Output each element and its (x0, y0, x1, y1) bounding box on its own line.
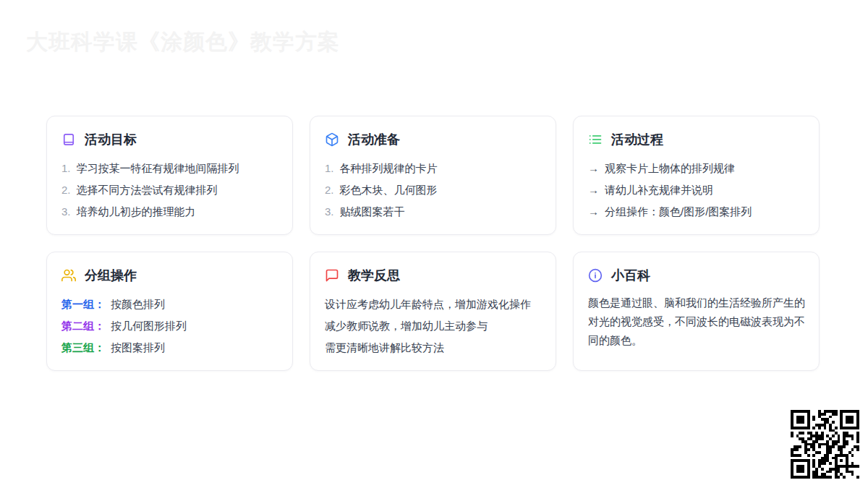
item-text: 选择不同方法尝试有规律排列 (77, 179, 218, 201)
card-encyclopedia: 小百科 颜色是通过眼、脑和我们的生活经验所产生的对光的视觉感受，不同波长的电磁波… (573, 252, 820, 371)
cube-icon (325, 132, 339, 147)
card-header: 教学反思 (325, 267, 542, 284)
chat-icon (325, 268, 339, 283)
card-title: 分组操作 (85, 267, 137, 284)
card-header: 活动过程 (588, 131, 806, 148)
encyclopedia-text: 颜色是通过眼、脑和我们的生活经验所产生的对光的视觉感受，不同波长的电磁波表现为不… (588, 294, 807, 350)
group-item: 第一组： 按颜色排列 (61, 294, 279, 315)
group-item: 第三组： 按图案排列 (61, 337, 279, 359)
item-marker: 1. (61, 158, 71, 179)
arrow-marker: → (588, 201, 599, 223)
item-marker: 3. (61, 201, 71, 223)
card-header: 分组操作 (61, 267, 279, 284)
card-activity-process: 活动过程 → 观察卡片上物体的排列规律 → 请幼儿补充规律并说明 → 分组操作：… (573, 116, 820, 235)
card-title: 小百科 (611, 267, 650, 284)
item-text: 贴绒图案若干 (340, 201, 405, 223)
group-text: 按几何图形排列 (111, 315, 187, 337)
page-title: 大班科学课《涂颜色》教学方案 (26, 27, 340, 57)
arrow-marker: → (588, 158, 599, 179)
list-item: → 观察卡片上物体的排列规律 (588, 158, 806, 179)
list-item: 1. 学习按某一特征有规律地间隔排列 (61, 158, 279, 179)
item-marker: 1. (325, 158, 334, 179)
card-header: 活动目标 (61, 131, 279, 148)
list-item: 1. 各种排列规律的卡片 (325, 158, 542, 179)
list-item: 3. 培养幼儿初步的推理能力 (61, 201, 279, 223)
item-text: 观察卡片上物体的排列规律 (605, 158, 735, 179)
qr-code-image (791, 410, 859, 479)
list-icon (588, 132, 603, 147)
arrow-marker: → (588, 179, 599, 201)
card-title: 活动目标 (85, 131, 137, 148)
card-group-operations: 分组操作 第一组： 按颜色排列 第二组： 按几何图形排列 第三组： 按图案排列 (46, 252, 293, 371)
cards-grid: 活动目标 1. 学习按某一特征有规律地间隔排列 2. 选择不同方法尝试有规律排列… (46, 116, 820, 371)
card-title: 活动过程 (611, 131, 663, 148)
reflection-line: 设计应考虑幼儿年龄特点，增加游戏化操作 (325, 294, 542, 315)
card-header: 小百科 (588, 267, 806, 284)
card-title: 活动准备 (348, 131, 400, 148)
book-icon (61, 132, 76, 147)
list-item: → 请幼儿补充规律并说明 (588, 179, 806, 201)
info-icon (588, 268, 603, 283)
users-icon (61, 268, 76, 283)
item-text: 培养幼儿初步的推理能力 (77, 201, 196, 223)
list-item: → 分组操作：颜色/图形/图案排列 (588, 201, 806, 223)
list-item: 2. 选择不同方法尝试有规律排列 (61, 179, 279, 201)
item-text: 学习按某一特征有规律地间隔排列 (77, 158, 239, 179)
list-item: 3. 贴绒图案若干 (325, 201, 542, 223)
item-marker: 2. (61, 179, 71, 201)
reflection-line: 减少教师说教，增加幼儿主动参与 (325, 315, 542, 337)
card-teaching-reflection: 教学反思 设计应考虑幼儿年龄特点，增加游戏化操作 减少教师说教，增加幼儿主动参与… (310, 252, 556, 371)
item-marker: 2. (325, 179, 334, 201)
group-text: 按图案排列 (111, 337, 165, 359)
group-label: 第一组： (61, 294, 105, 315)
item-text: 请幼儿补充规律并说明 (605, 179, 713, 201)
card-activity-goals: 活动目标 1. 学习按某一特征有规律地间隔排列 2. 选择不同方法尝试有规律排列… (46, 116, 293, 235)
list-item: 2. 彩色木块、几何图形 (325, 179, 542, 201)
card-title: 教学反思 (348, 267, 400, 284)
card-header: 活动准备 (325, 131, 542, 148)
item-text: 分组操作：颜色/图形/图案排列 (605, 201, 752, 223)
card-activity-preparation: 活动准备 1. 各种排列规律的卡片 2. 彩色木块、几何图形 3. 贴绒图案若干 (310, 116, 556, 235)
group-item: 第二组： 按几何图形排列 (61, 315, 279, 337)
item-text: 各种排列规律的卡片 (340, 158, 438, 179)
group-text: 按颜色排列 (111, 294, 165, 315)
item-text: 彩色木块、几何图形 (340, 179, 438, 201)
reflection-line: 需更清晰地讲解比较方法 (325, 337, 542, 359)
group-label: 第三组： (61, 337, 105, 359)
item-marker: 3. (325, 201, 334, 223)
page: { "page": { "title": "大班科学课《涂颜色》教学方案", "… (0, 0, 868, 488)
group-label: 第二组： (61, 315, 105, 337)
